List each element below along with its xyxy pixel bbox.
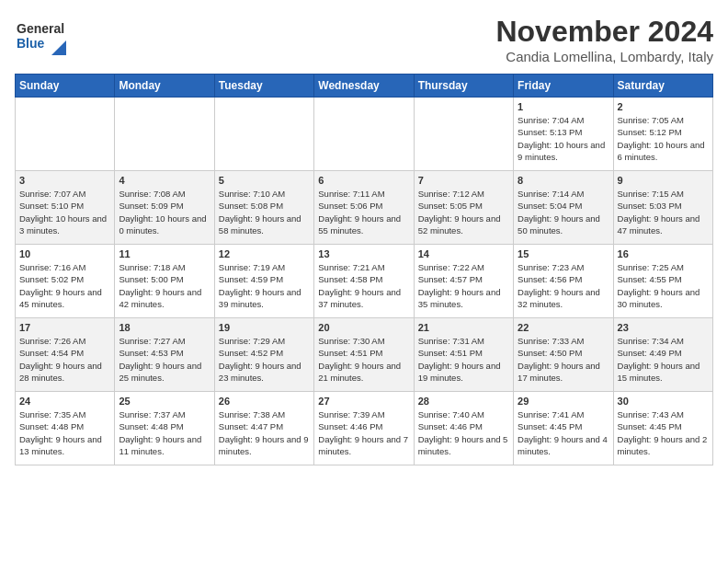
day-cell: 14Sunrise: 7:22 AM Sunset: 4:57 PM Dayli… [414,245,513,318]
day-cell: 12Sunrise: 7:19 AM Sunset: 4:59 PM Dayli… [214,245,313,318]
day-info: Sunrise: 7:41 AM Sunset: 4:45 PM Dayligh… [518,408,609,457]
header-cell-tuesday: Tuesday [214,75,313,98]
day-cell: 27Sunrise: 7:39 AM Sunset: 4:46 PM Dayli… [314,392,414,465]
day-cell: 15Sunrise: 7:23 AM Sunset: 4:56 PM Dayli… [514,245,613,318]
logo: General Blue [15,15,66,55]
day-cell: 2Sunrise: 7:05 AM Sunset: 5:12 PM Daylig… [613,98,712,171]
day-number: 25 [119,396,210,407]
day-info: Sunrise: 7:33 AM Sunset: 4:50 PM Dayligh… [518,335,609,384]
day-cell: 7Sunrise: 7:12 AM Sunset: 5:05 PM Daylig… [414,171,513,245]
header: General Blue November 2024 Candia Lomell… [15,15,713,64]
day-info: Sunrise: 7:15 AM Sunset: 5:03 PM Dayligh… [618,188,709,236]
day-cell: 25Sunrise: 7:37 AM Sunset: 4:48 PM Dayli… [115,392,214,465]
header-cell-friday: Friday [514,75,613,98]
week-row-4: 17Sunrise: 7:26 AM Sunset: 4:54 PM Dayli… [16,318,713,392]
header-cell-sunday: Sunday [16,75,115,98]
header-cell-monday: Monday [115,75,214,98]
day-info: Sunrise: 7:11 AM Sunset: 5:06 PM Dayligh… [318,188,409,236]
day-info: Sunrise: 7:25 AM Sunset: 4:55 PM Dayligh… [618,261,709,310]
day-number: 20 [318,322,409,333]
day-number: 28 [418,396,509,407]
day-cell [16,98,115,171]
day-info: Sunrise: 7:18 AM Sunset: 5:00 PM Dayligh… [119,261,210,310]
day-cell: 18Sunrise: 7:27 AM Sunset: 4:53 PM Dayli… [115,318,214,392]
day-cell: 28Sunrise: 7:40 AM Sunset: 4:46 PM Dayli… [414,392,513,465]
day-cell: 5Sunrise: 7:10 AM Sunset: 5:08 PM Daylig… [214,171,313,245]
day-number: 2 [618,101,709,112]
week-row-1: 1Sunrise: 7:04 AM Sunset: 5:13 PM Daylig… [16,98,713,171]
day-number: 30 [618,396,709,407]
day-info: Sunrise: 7:05 AM Sunset: 5:12 PM Dayligh… [618,114,709,163]
day-cell: 24Sunrise: 7:35 AM Sunset: 4:48 PM Dayli… [16,392,115,465]
day-number: 10 [19,248,110,259]
day-number: 4 [119,175,210,186]
day-number: 19 [219,322,310,333]
day-number: 8 [518,175,609,186]
day-cell: 13Sunrise: 7:21 AM Sunset: 4:58 PM Dayli… [314,245,414,318]
header-cell-thursday: Thursday [414,75,513,98]
day-cell: 1Sunrise: 7:04 AM Sunset: 5:13 PM Daylig… [514,98,613,171]
day-info: Sunrise: 7:34 AM Sunset: 4:49 PM Dayligh… [618,335,709,384]
day-cell: 17Sunrise: 7:26 AM Sunset: 4:54 PM Dayli… [16,318,115,392]
day-number: 21 [418,322,509,333]
day-number: 7 [418,175,509,186]
day-cell [115,98,214,171]
day-number: 3 [19,175,110,186]
day-cell: 4Sunrise: 7:08 AM Sunset: 5:09 PM Daylig… [115,171,214,245]
header-cell-saturday: Saturday [613,75,712,98]
day-info: Sunrise: 7:37 AM Sunset: 4:48 PM Dayligh… [119,408,210,457]
svg-text:General: General [17,21,64,36]
day-cell: 23Sunrise: 7:34 AM Sunset: 4:49 PM Dayli… [613,318,712,392]
day-cell: 29Sunrise: 7:41 AM Sunset: 4:45 PM Dayli… [514,392,613,465]
day-cell: 11Sunrise: 7:18 AM Sunset: 5:00 PM Dayli… [115,245,214,318]
day-cell: 10Sunrise: 7:16 AM Sunset: 5:02 PM Dayli… [16,245,115,318]
title-area: November 2024 Candia Lomellina, Lombardy… [495,15,713,64]
day-number: 13 [318,248,409,259]
day-info: Sunrise: 7:07 AM Sunset: 5:10 PM Dayligh… [19,188,110,236]
day-number: 6 [318,175,409,186]
day-cell: 3Sunrise: 7:07 AM Sunset: 5:10 PM Daylig… [16,171,115,245]
day-number: 29 [518,396,609,407]
month-title: November 2024 [495,15,713,49]
day-info: Sunrise: 7:30 AM Sunset: 4:51 PM Dayligh… [318,335,409,384]
day-number: 15 [518,248,609,259]
day-info: Sunrise: 7:22 AM Sunset: 4:57 PM Dayligh… [418,261,509,310]
day-number: 14 [418,248,509,259]
day-number: 12 [219,248,310,259]
day-number: 9 [618,175,709,186]
day-info: Sunrise: 7:29 AM Sunset: 4:52 PM Dayligh… [219,335,310,384]
day-number: 5 [219,175,310,186]
svg-text:Blue: Blue [17,36,45,51]
day-info: Sunrise: 7:38 AM Sunset: 4:47 PM Dayligh… [219,408,310,457]
day-info: Sunrise: 7:31 AM Sunset: 4:51 PM Dayligh… [418,335,509,384]
day-cell: 20Sunrise: 7:30 AM Sunset: 4:51 PM Dayli… [314,318,414,392]
svg-marker-2 [51,40,66,55]
day-number: 26 [219,396,310,407]
calendar-header-row: SundayMondayTuesdayWednesdayThursdayFrid… [16,75,713,98]
day-number: 27 [318,396,409,407]
day-number: 11 [119,248,210,259]
day-cell: 21Sunrise: 7:31 AM Sunset: 4:51 PM Dayli… [414,318,513,392]
day-cell: 26Sunrise: 7:38 AM Sunset: 4:47 PM Dayli… [214,392,313,465]
day-number: 23 [618,322,709,333]
day-info: Sunrise: 7:16 AM Sunset: 5:02 PM Dayligh… [19,261,110,310]
day-info: Sunrise: 7:21 AM Sunset: 4:58 PM Dayligh… [318,261,409,310]
day-info: Sunrise: 7:27 AM Sunset: 4:53 PM Dayligh… [119,335,210,384]
week-row-2: 3Sunrise: 7:07 AM Sunset: 5:10 PM Daylig… [16,171,713,245]
day-info: Sunrise: 7:43 AM Sunset: 4:45 PM Dayligh… [618,408,709,457]
day-info: Sunrise: 7:35 AM Sunset: 4:48 PM Dayligh… [19,408,110,457]
day-number: 18 [119,322,210,333]
day-info: Sunrise: 7:12 AM Sunset: 5:05 PM Dayligh… [418,188,509,236]
calendar-body: 1Sunrise: 7:04 AM Sunset: 5:13 PM Daylig… [16,98,713,465]
day-info: Sunrise: 7:19 AM Sunset: 4:59 PM Dayligh… [219,261,310,310]
day-info: Sunrise: 7:40 AM Sunset: 4:46 PM Dayligh… [418,408,509,457]
day-info: Sunrise: 7:23 AM Sunset: 4:56 PM Dayligh… [518,261,609,310]
day-cell: 19Sunrise: 7:29 AM Sunset: 4:52 PM Dayli… [214,318,313,392]
logo-icon: General Blue [15,15,66,55]
location-title: Candia Lomellina, Lombardy, Italy [495,49,713,64]
day-cell: 9Sunrise: 7:15 AM Sunset: 5:03 PM Daylig… [613,171,712,245]
day-info: Sunrise: 7:04 AM Sunset: 5:13 PM Dayligh… [518,114,609,163]
day-cell: 22Sunrise: 7:33 AM Sunset: 4:50 PM Dayli… [514,318,613,392]
header-cell-wednesday: Wednesday [314,75,414,98]
day-number: 17 [19,322,110,333]
